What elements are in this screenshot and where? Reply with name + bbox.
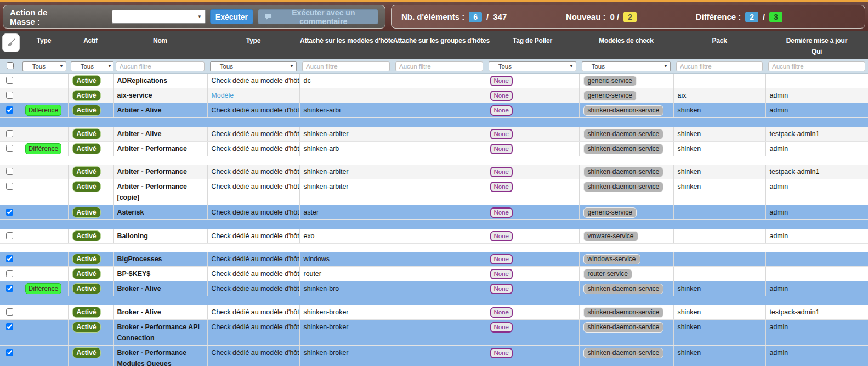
host-groups <box>393 179 486 205</box>
row-checkbox[interactable] <box>6 145 13 152</box>
filter-host-templates-input[interactable] <box>302 61 390 71</box>
table-row: Activé BigProcesses Check dédié au modèl… <box>0 252 868 267</box>
host-template: shinken-arbiter <box>299 179 393 205</box>
pack <box>673 267 765 281</box>
filter-poller-select[interactable]: -- Tous --▼ <box>489 61 576 71</box>
service-name: Asterisk <box>113 205 207 220</box>
table-row: Différence Activé Broker - Alive Check d… <box>0 281 868 296</box>
poller-tag-badge: None <box>490 322 513 333</box>
filter-last-update-input[interactable] <box>768 61 865 71</box>
host-template <box>299 88 393 103</box>
pack: shinken <box>673 141 765 156</box>
model-link[interactable]: Modèle <box>212 92 234 99</box>
host-groups <box>393 345 486 366</box>
poller-tag-badge: None <box>490 167 513 177</box>
active-badge: Activé <box>72 230 101 241</box>
poller-tag-badge: None <box>490 254 513 264</box>
table-row: Différence Activé Arbiter - Performance … <box>0 141 868 156</box>
service-type: Check dédié au modèle d'hôte <box>207 252 299 267</box>
active-badge: Activé <box>72 283 101 294</box>
host-template: shinken-broker <box>299 319 393 345</box>
check-model-badge: generic-service <box>583 91 637 101</box>
filter-check-models-select[interactable]: -- Tous --▼ <box>582 61 671 71</box>
active-badge: Activé <box>72 105 101 116</box>
service-name: BP-$KEY$ <box>113 267 207 281</box>
elements-stat: Nb. d'éléments : 6 / 347 <box>401 12 507 22</box>
author: admin <box>765 103 868 118</box>
col-header-poller-tag: Tag de Poller <box>486 31 579 59</box>
top-toolbar: Action de Masse : ▼ Exécuter Exécuter av… <box>0 0 868 31</box>
pack <box>673 229 765 244</box>
difference-selected-badge: 2 <box>745 12 758 22</box>
pack: aix <box>673 88 765 103</box>
author: admin <box>765 281 868 296</box>
active-badge: Activé <box>72 268 101 279</box>
check-model-badge: shinken-daemon-service <box>583 105 664 116</box>
filter-actif-select[interactable]: -- Tous --▼ <box>71 61 115 71</box>
host-groups <box>393 305 486 320</box>
service-name: BigProcesses <box>113 252 207 267</box>
col-header-actif: Actif <box>68 31 113 59</box>
pack: shinken <box>673 281 765 296</box>
chevron-down-icon: ▼ <box>290 64 294 69</box>
row-checkbox[interactable] <box>6 285 13 292</box>
filter-type-select[interactable]: -- Tous --▼ <box>22 61 66 71</box>
service-type: Modèle <box>207 88 299 103</box>
host-groups <box>393 205 486 220</box>
row-checkbox[interactable] <box>6 232 13 239</box>
row-checkbox[interactable] <box>6 209 13 216</box>
pack: shinken <box>673 127 765 142</box>
host-groups <box>393 74 486 88</box>
check-model-badge: windows-service <box>583 254 640 264</box>
row-checkbox[interactable] <box>6 106 13 114</box>
col-header-pack: Pack <box>673 31 765 59</box>
host-groups <box>393 141 486 156</box>
row-checkbox[interactable] <box>6 92 13 99</box>
table-row: Activé BP-$KEY$ Check dédié au modèle d'… <box>0 267 868 281</box>
host-template: shinken-broker <box>299 345 393 366</box>
service-type: Check dédié au modèle d'hôte <box>207 179 299 205</box>
author <box>765 74 868 88</box>
row-checkbox[interactable] <box>6 308 13 316</box>
row-checkbox[interactable] <box>6 255 13 262</box>
filter-host-groups-input[interactable] <box>395 61 483 71</box>
service-type: Check dédié au modèle d'hôte <box>207 281 299 296</box>
check-model-badge: shinken-daemon-service <box>583 284 664 294</box>
filter-pack-input[interactable] <box>676 61 763 71</box>
select-all-checkbox[interactable] <box>7 62 14 69</box>
stats-panel: Nb. d'éléments : 6 / 347 Nouveau : 0 / 2… <box>391 5 865 29</box>
service-name: Arbiter - Performance <box>113 141 207 156</box>
services-table: Type Actif Nom Type Attaché sur les modè… <box>0 31 868 366</box>
poller-tag-badge: None <box>490 105 513 116</box>
execute-button[interactable]: Exécuter <box>210 9 253 24</box>
chevron-down-icon: ▼ <box>569 64 574 69</box>
filter-nom-input[interactable] <box>116 61 205 71</box>
filter-row: -- Tous --▼ -- Tous --▼ -- Tous --▼ -- T… <box>0 59 868 74</box>
service-type: Check dédié au modèle d'hôte <box>207 74 299 88</box>
execute-with-comment-button[interactable]: Exécuter avec un commentaire <box>258 9 378 24</box>
mass-action-select[interactable]: ▼ <box>112 10 205 24</box>
row-checkbox[interactable] <box>6 323 13 330</box>
check-model-badge: shinken-daemon-service <box>583 348 664 358</box>
pack: shinken <box>673 103 765 118</box>
row-checkbox[interactable] <box>6 168 13 175</box>
elements-total: 347 <box>493 12 507 21</box>
service-name: Broker - Performance Modules Queues <box>113 345 207 366</box>
active-badge: Activé <box>72 307 101 318</box>
service-type: Check dédié au modèle d'hôte <box>207 141 299 156</box>
author: admin <box>765 345 868 366</box>
host-template: shinken-bro <box>299 281 393 296</box>
row-checkbox[interactable] <box>6 349 13 356</box>
difference-badge: Différence <box>25 143 61 154</box>
row-checkbox[interactable] <box>6 270 13 277</box>
row-checkbox[interactable] <box>6 77 13 84</box>
table-row: Activé Broker - Performance API Connecti… <box>0 319 868 345</box>
check-model-badge: vmware-service <box>583 231 638 241</box>
filter-type2-select[interactable]: -- Tous --▼ <box>210 61 297 71</box>
clear-filters-button[interactable] <box>2 33 20 52</box>
row-checkbox[interactable] <box>6 183 13 190</box>
check-model-badge: shinken-daemon-service <box>583 322 664 333</box>
elements-label: Nb. d'éléments : <box>401 12 464 21</box>
active-badge: Activé <box>72 207 101 218</box>
row-checkbox[interactable] <box>6 130 13 137</box>
